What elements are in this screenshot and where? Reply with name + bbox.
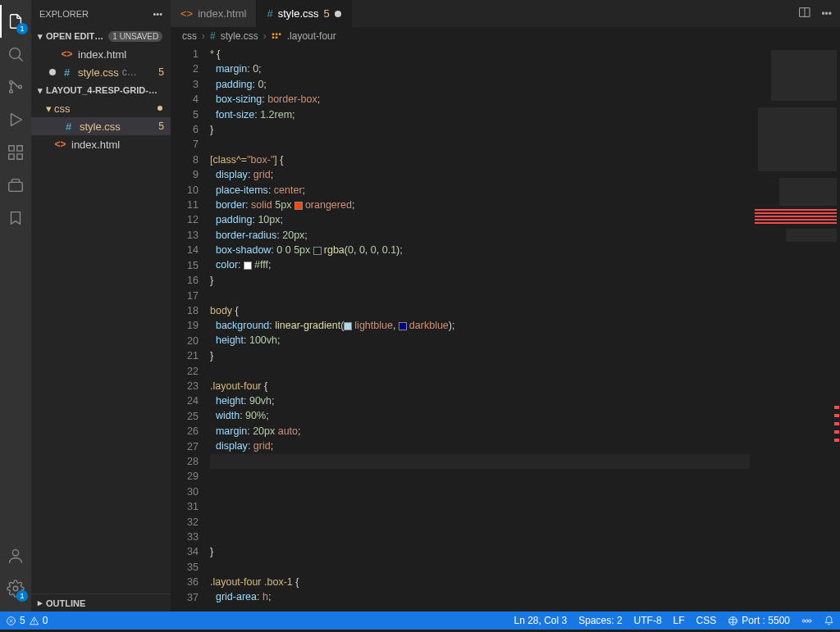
sidebar: EXPLORER ••• ▾ OPEN EDIT… 1 UNSAVED <> i… <box>31 0 171 612</box>
css-file-icon: # <box>267 7 272 20</box>
svg-point-17 <box>809 619 811 621</box>
outline-label: OUTLINE <box>46 598 85 608</box>
status-errors[interactable]: 5 0 <box>0 612 53 630</box>
code-content[interactable]: * { margin: 0; padding: 0; box-sizing: b… <box>210 45 750 612</box>
gear-badge: 1 <box>16 590 28 602</box>
breadcrumb[interactable]: css › # style.css › .layout-four <box>171 27 840 45</box>
sidebar-title-label: EXPLORER <box>39 9 89 19</box>
outline-header[interactable]: ▸ OUTLINE <box>31 593 171 612</box>
html-file-icon: <> <box>180 7 193 20</box>
open-editor-label: style.css <box>78 66 119 79</box>
breadcrumb-segment[interactable]: css <box>182 30 197 42</box>
status-eol[interactable]: LF <box>668 612 691 630</box>
chevron-down-icon: ▾ <box>43 102 54 115</box>
split-editor-icon[interactable] <box>798 6 811 21</box>
status-warnings-count: 0 <box>43 615 48 626</box>
status-feedback-icon[interactable] <box>796 612 818 630</box>
unsaved-badge: 1 UNSAVED <box>108 31 162 42</box>
chevron-right-icon: › <box>263 30 267 42</box>
workspace-header[interactable]: ▾ LAYOUT_4-RESP-GRID-… <box>31 81 171 99</box>
svg-rect-7 <box>9 154 14 159</box>
svg-point-15 <box>806 619 808 621</box>
open-editor-hint: c… <box>122 66 137 78</box>
status-bell-icon[interactable] <box>818 612 840 630</box>
folder-label: css <box>54 102 71 115</box>
activity-bar: 1 1 <box>0 0 31 612</box>
status-encoding[interactable]: UTF-8 <box>628 612 668 630</box>
workspace-label: LAYOUT_4-RESP-GRID-… <box>46 85 158 95</box>
open-editor-item-index[interactable]: <> index.html <box>31 45 171 63</box>
debug-icon[interactable] <box>0 103 31 136</box>
chevron-down-icon: ▾ <box>34 31 46 42</box>
file-label: index.html <box>71 139 120 151</box>
search-icon[interactable] <box>0 38 31 70</box>
status-bar: 5 0 Ln 28, Col 3 Spaces: 2 UTF-8 LF CSS … <box>0 612 840 630</box>
tab-problems-badge: 5 <box>324 7 330 20</box>
error-marker <box>834 439 839 442</box>
breadcrumb-segment[interactable]: .layout-four <box>287 30 336 42</box>
source-control-icon[interactable] <box>0 70 31 103</box>
tab-label: index.html <box>198 7 246 20</box>
status-spaces[interactable]: Spaces: 2 <box>573 612 628 630</box>
svg-point-10 <box>12 550 18 556</box>
gear-icon[interactable]: 1 <box>0 572 31 605</box>
sidebar-more-icon[interactable]: ••• <box>153 9 162 19</box>
svg-rect-9 <box>9 182 23 191</box>
git-modified-dot <box>158 106 162 111</box>
explorer-icon[interactable]: 1 <box>0 5 31 38</box>
svg-rect-8 <box>17 154 22 159</box>
overview-ruler[interactable] <box>830 45 840 612</box>
chevron-right-icon: ▸ <box>34 598 46 608</box>
minimap[interactable] <box>750 45 840 612</box>
open-editors-label: OPEN EDIT… <box>46 31 103 41</box>
explorer-badge: 1 <box>16 23 28 34</box>
svg-marker-4 <box>11 114 22 126</box>
open-editor-item-style[interactable]: # style.css c… 5 <box>31 63 171 81</box>
error-marker <box>834 406 839 409</box>
dirty-dot-icon <box>335 11 341 17</box>
line-number-gutter: 1234567891011121314151617181920212223242… <box>171 45 210 612</box>
bookmark-icon[interactable] <box>0 202 31 234</box>
error-marker <box>834 414 839 417</box>
account-icon[interactable] <box>0 539 31 572</box>
problems-count: 5 <box>158 66 164 78</box>
open-editors-header[interactable]: ▾ OPEN EDIT… 1 UNSAVED <box>31 27 171 45</box>
folder-css[interactable]: ▾ css <box>31 99 171 117</box>
error-marker <box>834 430 839 434</box>
file-index-html[interactable]: <> index.html <box>31 135 171 153</box>
svg-rect-6 <box>17 146 22 151</box>
status-errors-count: 5 <box>20 615 25 626</box>
dirty-dot-icon <box>49 69 56 75</box>
html-file-icon: <> <box>54 139 66 151</box>
more-actions-icon[interactable]: ••• <box>821 8 832 20</box>
tab-label: style.css <box>278 7 319 20</box>
tab-style-css[interactable]: # style.css 5 <box>257 0 351 27</box>
file-style-css[interactable]: # style.css 5 <box>31 117 171 135</box>
breadcrumb-segment[interactable]: style.css <box>221 30 258 42</box>
chevron-right-icon: › <box>202 30 205 42</box>
svg-point-16 <box>802 619 805 621</box>
docker-icon[interactable] <box>0 169 31 202</box>
chevron-down-icon: ▾ <box>34 85 46 96</box>
tab-index-html[interactable]: <> index.html <box>171 0 257 27</box>
css-file-icon: # <box>62 120 75 133</box>
status-port[interactable]: Port : 5500 <box>722 612 796 630</box>
html-file-icon: <> <box>61 48 73 61</box>
status-language[interactable]: CSS <box>691 612 723 630</box>
sidebar-title: EXPLORER ••• <box>31 0 171 27</box>
tab-bar: <> index.html # style.css 5 ••• <box>171 0 840 27</box>
editor-viewport[interactable]: 1234567891011121314151617181920212223242… <box>171 45 840 612</box>
css-file-icon: # <box>61 66 73 79</box>
css-file-icon: # <box>210 30 216 42</box>
extensions-icon[interactable] <box>0 136 31 169</box>
file-label: style.css <box>80 120 121 133</box>
svg-point-11 <box>13 586 18 591</box>
editor-group: <> index.html # style.css 5 ••• css › # … <box>171 0 840 612</box>
status-lncol[interactable]: Ln 28, Col 3 <box>508 612 573 630</box>
open-editor-label: index.html <box>78 48 126 61</box>
symbol-class-icon <box>272 31 282 42</box>
error-marker <box>834 422 839 425</box>
svg-rect-5 <box>9 146 14 151</box>
problems-count: 5 <box>158 120 164 132</box>
